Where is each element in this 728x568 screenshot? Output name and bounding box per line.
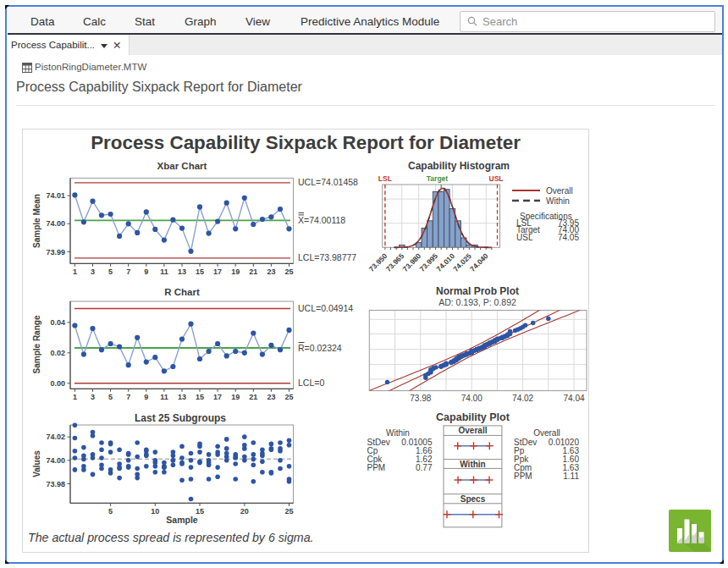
svg-text:73.98: 73.98	[410, 394, 431, 403]
svg-text:1.11: 1.11	[563, 471, 579, 481]
svg-text:0.00: 0.00	[50, 379, 65, 388]
svg-text:The actual process spread is r: The actual process spread is represented…	[28, 531, 314, 544]
svg-text:21: 21	[249, 267, 257, 276]
svg-text:Sample Range: Sample Range	[32, 315, 41, 373]
svg-text:Last 25 Subgroups: Last 25 Subgroups	[135, 412, 226, 424]
svg-text:1: 1	[73, 393, 77, 401]
svg-text:17: 17	[213, 393, 222, 401]
svg-text:13: 13	[178, 267, 186, 276]
svg-text:LCL=73.98777: LCL=73.98777	[298, 252, 356, 262]
svg-text:USL: USL	[516, 233, 533, 242]
svg-text:17: 17	[213, 267, 222, 276]
svg-text:74.01: 74.01	[46, 191, 65, 200]
svg-text:Specs: Specs	[461, 494, 486, 504]
svg-text:1: 1	[73, 267, 77, 276]
svg-text:7: 7	[126, 267, 130, 276]
svg-text:25: 25	[284, 267, 293, 276]
svg-text:23: 23	[267, 393, 275, 401]
svg-text:11: 11	[160, 267, 168, 276]
svg-text:LSL: LSL	[378, 174, 392, 183]
svg-text:9: 9	[144, 393, 148, 401]
svg-text:LCL=0: LCL=0	[298, 378, 324, 388]
svg-text:Process Capability Sixpack Rep: Process Capability Sixpack Report for Di…	[91, 132, 521, 153]
svg-text:15: 15	[196, 267, 204, 276]
svg-text:Overall: Overall	[459, 426, 488, 435]
svg-text:Sample Mean: Sample Mean	[32, 194, 41, 248]
svg-text:R=0.02324: R=0.02324	[298, 343, 342, 353]
svg-text:74.00: 74.00	[461, 394, 483, 403]
svg-text:20: 20	[240, 507, 249, 516]
svg-text:19: 19	[231, 393, 240, 401]
svg-text:Sample: Sample	[166, 515, 198, 525]
svg-text:R Chart: R Chart	[164, 287, 200, 297]
svg-text:USL: USL	[489, 174, 504, 183]
svg-text:5: 5	[108, 267, 113, 276]
svg-text:9: 9	[144, 267, 148, 276]
svg-text:25: 25	[284, 393, 293, 401]
svg-text:Overall: Overall	[533, 428, 560, 438]
svg-text:AD: 0.193, P: 0.892: AD: 0.193, P: 0.892	[438, 297, 516, 307]
svg-text:73.98: 73.98	[46, 480, 65, 488]
svg-text:3: 3	[91, 267, 95, 276]
svg-text:Normal Prob Plot: Normal Prob Plot	[436, 285, 519, 297]
svg-text:3: 3	[91, 393, 95, 401]
svg-text:25: 25	[284, 507, 293, 516]
svg-text:Target: Target	[427, 174, 449, 183]
svg-text:5: 5	[108, 507, 113, 516]
svg-text:Within: Within	[546, 196, 570, 206]
svg-text:13: 13	[178, 393, 186, 401]
svg-text:Capability Plot: Capability Plot	[436, 411, 510, 423]
svg-text:19: 19	[231, 267, 240, 276]
svg-text:11: 11	[160, 393, 168, 401]
svg-text:Xbar Chart: Xbar Chart	[157, 161, 207, 171]
svg-text:5: 5	[108, 393, 113, 401]
svg-text:74.05: 74.05	[558, 233, 579, 242]
svg-text:UCL=0.04914: UCL=0.04914	[298, 303, 353, 313]
svg-text:21: 21	[249, 393, 257, 401]
svg-text:74.00: 74.00	[46, 219, 65, 228]
svg-text:0.77: 0.77	[416, 463, 433, 472]
svg-text:0.02: 0.02	[50, 349, 65, 357]
svg-text:Capability Histogram: Capability Histogram	[408, 160, 510, 172]
svg-text:7: 7	[126, 393, 130, 401]
svg-text:Within: Within	[460, 460, 485, 469]
svg-text:Overall: Overall	[546, 186, 573, 196]
svg-text:PPM: PPM	[514, 471, 532, 481]
svg-text:74.00: 74.00	[46, 456, 65, 465]
svg-text:74.02: 74.02	[512, 394, 533, 403]
svg-text:10: 10	[151, 507, 159, 516]
svg-text:74.02: 74.02	[46, 433, 65, 441]
svg-text:PPM: PPM	[367, 463, 386, 472]
svg-text:23: 23	[267, 267, 275, 276]
svg-text:73.99: 73.99	[46, 248, 65, 256]
svg-text:X=74.00118: X=74.00118	[298, 215, 345, 225]
svg-text:Within: Within	[386, 428, 410, 438]
svg-text:0.04: 0.04	[50, 318, 65, 327]
svg-text:74.04: 74.04	[563, 394, 584, 403]
svg-text:15: 15	[196, 393, 204, 401]
svg-text:UCL=74.01458: UCL=74.01458	[298, 177, 358, 187]
svg-text:Values: Values	[32, 450, 41, 477]
